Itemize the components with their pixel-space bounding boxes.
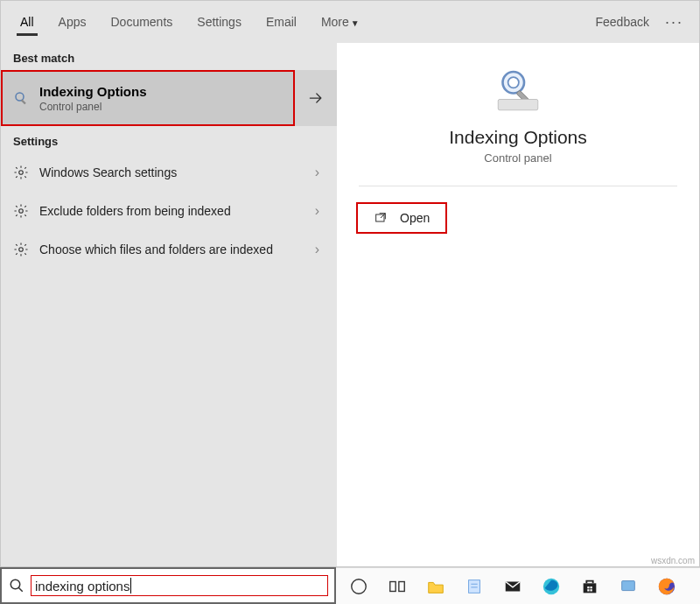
search-box[interactable]: indexing options (0, 567, 336, 604)
chevron-down-icon: ▼ (351, 18, 360, 28)
filter-tabbar: All Apps Documents Settings Email More▼ … (1, 1, 699, 43)
mail-icon[interactable] (502, 576, 523, 597)
overflow-menu-icon[interactable]: ··· (656, 13, 692, 32)
tab-apps[interactable]: Apps (46, 3, 99, 41)
gear-icon (13, 203, 29, 219)
best-match-result[interactable]: Indexing Options Control panel (1, 70, 295, 126)
feedback-link[interactable]: Feedback (589, 15, 656, 29)
svg-point-3 (19, 209, 24, 214)
results-pane: Best match Indexing Options Control pane… (1, 43, 337, 566)
search-input[interactable]: indexing options (32, 576, 327, 595)
divider (359, 186, 677, 186)
svg-point-6 (508, 77, 519, 88)
svg-rect-1 (21, 100, 26, 105)
svg-rect-8 (498, 100, 538, 110)
edge-icon[interactable] (541, 576, 562, 597)
settings-heading: Settings (1, 126, 337, 153)
settings-row-search-settings[interactable]: Windows Search settings › (1, 153, 337, 192)
svg-rect-24 (590, 589, 592, 591)
detail-title: Indexing Options (449, 127, 587, 148)
best-match-heading: Best match (1, 43, 337, 70)
settings-row-label: Windows Search settings (39, 165, 299, 180)
chevron-right-icon: › (310, 203, 325, 219)
tab-settings[interactable]: Settings (185, 3, 254, 41)
arrow-right-icon (307, 89, 325, 107)
svg-rect-22 (590, 586, 592, 588)
task-view-icon[interactable] (387, 576, 408, 597)
firefox-icon[interactable] (656, 576, 677, 597)
security-icon[interactable] (618, 576, 639, 597)
search-icon (9, 578, 24, 593)
svg-point-10 (10, 579, 20, 589)
store-icon[interactable] (579, 576, 600, 597)
chevron-right-icon: › (310, 165, 325, 180)
tab-email[interactable]: Email (254, 3, 309, 41)
svg-rect-14 (399, 581, 404, 591)
detail-pane: Indexing Options Control panel Open (337, 43, 699, 566)
best-match-subtitle: Control panel (39, 101, 147, 113)
gear-icon (13, 242, 29, 257)
open-label: Open (400, 211, 430, 225)
svg-rect-23 (587, 589, 589, 591)
file-explorer-icon[interactable] (425, 576, 446, 597)
detail-subtitle: Control panel (484, 151, 551, 165)
svg-rect-20 (584, 583, 597, 593)
tab-more[interactable]: More▼ (309, 3, 372, 41)
settings-row-choose-files[interactable]: Choose which files and folders are index… (1, 230, 337, 269)
settings-row-exclude-folders[interactable]: Exclude folders from being indexed › (1, 192, 337, 230)
taskbar (336, 567, 700, 604)
chevron-right-icon: › (310, 242, 325, 257)
settings-row-label: Choose which files and folders are index… (39, 242, 299, 257)
open-icon (374, 211, 388, 225)
expand-arrow-button[interactable] (295, 70, 337, 126)
detail-app-icon (494, 66, 542, 127)
gear-icon (13, 165, 29, 180)
tab-documents[interactable]: Documents (98, 3, 185, 41)
text-cursor (130, 578, 131, 593)
search-query-text: indexing options (35, 579, 130, 593)
indexing-options-icon (13, 90, 29, 106)
svg-rect-21 (587, 586, 589, 588)
svg-rect-13 (390, 581, 396, 591)
notepad-icon[interactable] (464, 576, 485, 597)
svg-rect-15 (469, 579, 480, 593)
svg-point-4 (19, 248, 24, 252)
search-flyout: All Apps Documents Settings Email More▼ … (0, 0, 700, 567)
tab-all[interactable]: All (8, 3, 46, 41)
cortana-icon[interactable] (348, 576, 369, 597)
svg-line-11 (18, 587, 23, 592)
svg-point-2 (19, 171, 24, 175)
watermark: wsxdn.com (651, 556, 695, 565)
settings-row-label: Exclude folders from being indexed (39, 203, 299, 219)
best-match-title: Indexing Options (39, 84, 147, 99)
open-action[interactable]: Open (358, 204, 445, 232)
svg-point-12 (352, 579, 367, 593)
svg-rect-25 (622, 580, 635, 590)
